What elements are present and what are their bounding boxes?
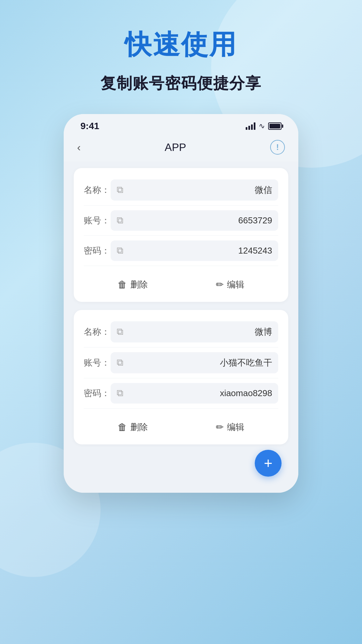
input-box-account-1[interactable]: ⧉ 6653729: [111, 210, 278, 231]
value-password-1: 1245243: [238, 246, 272, 256]
value-name-1: 微信: [255, 184, 272, 196]
main-subtitle: 复制账号密码便捷分享: [101, 73, 261, 94]
copy-icon-name-1[interactable]: ⧉: [117, 184, 123, 196]
status-icons: ∿: [246, 122, 282, 130]
delete-button-1[interactable]: 🗑 删除: [108, 275, 158, 294]
label-password-2: 密码：: [84, 387, 111, 399]
input-box-password-1[interactable]: ⧉ 1245243: [111, 240, 278, 261]
value-account-2: 小猫不吃鱼干: [220, 357, 272, 369]
input-box-account-2[interactable]: ⧉ 小猫不吃鱼干: [111, 352, 278, 373]
phone-content: 名称： ⧉ 微信 账号： ⧉ 6653729 密码： ⧉: [64, 161, 298, 493]
trash-icon-1: 🗑: [118, 279, 127, 290]
field-row-account-1: 账号： ⧉ 6653729: [84, 206, 278, 236]
label-name-2: 名称：: [84, 326, 111, 338]
main-title: 快速使用: [125, 27, 237, 63]
label-password-1: 密码：: [84, 245, 111, 257]
value-account-1: 6653729: [238, 215, 272, 226]
input-box-password-2[interactable]: ⧉ xiaomao8298: [111, 383, 278, 404]
input-box-name-1[interactable]: ⧉ 微信: [111, 179, 278, 201]
copy-icon-account-2[interactable]: ⧉: [117, 357, 123, 368]
input-box-name-2[interactable]: ⧉ 微博: [111, 321, 278, 342]
battery-icon: [268, 122, 282, 130]
label-account-1: 账号：: [84, 215, 111, 226]
field-row-name-2: 名称： ⧉ 微博: [84, 317, 278, 347]
nav-bar: ‹ APP !: [64, 135, 298, 161]
field-row-name-1: 名称： ⧉ 微信: [84, 175, 278, 206]
edit-label-1: 编辑: [227, 279, 244, 290]
copy-icon-name-2[interactable]: ⧉: [117, 326, 123, 337]
copy-icon-password-1[interactable]: ⧉: [117, 245, 123, 256]
value-name-2: 微博: [255, 326, 272, 338]
add-button[interactable]: +: [255, 450, 282, 477]
copy-icon-password-2[interactable]: ⧉: [117, 388, 123, 399]
edit-icon-2: ✏: [216, 422, 224, 433]
content-area: 名称： ⧉ 微信 账号： ⧉ 6653729 密码： ⧉: [64, 161, 298, 493]
label-account-2: 账号：: [84, 357, 111, 369]
value-password-2: xiaomao8298: [220, 388, 272, 398]
edit-label-2: 编辑: [227, 421, 244, 433]
field-row-password-1: 密码： ⧉ 1245243: [84, 236, 278, 266]
delete-label-2: 删除: [130, 421, 148, 433]
copy-icon-account-1[interactable]: ⧉: [117, 215, 123, 226]
card-2-actions: 🗑 删除 ✏ 编辑: [84, 411, 278, 436]
edit-button-1[interactable]: ✏ 编辑: [206, 275, 254, 294]
card-1: 名称： ⧉ 微信 账号： ⧉ 6653729 密码： ⧉: [74, 168, 288, 302]
back-button[interactable]: ‹: [77, 141, 81, 154]
phone-mockup: 9:41 ∿ ‹ APP ! 名称： ⧉: [64, 114, 298, 493]
signal-icon: [246, 122, 255, 130]
status-time: 9:41: [80, 121, 99, 131]
nav-title: APP: [165, 141, 186, 154]
card-2: 名称： ⧉ 微博 账号： ⧉ 小猫不吃鱼干 密码： ⧉: [74, 310, 288, 444]
edit-button-2[interactable]: ✏ 编辑: [206, 418, 254, 436]
edit-icon-1: ✏: [216, 279, 224, 290]
field-row-account-2: 账号： ⧉ 小猫不吃鱼干: [84, 347, 278, 378]
trash-icon-2: 🗑: [118, 422, 127, 433]
field-row-password-2: 密码： ⧉ xiaomao8298: [84, 378, 278, 409]
info-button[interactable]: !: [270, 140, 285, 155]
delete-label-1: 删除: [130, 279, 148, 290]
status-bar: 9:41 ∿: [64, 114, 298, 135]
label-name-1: 名称：: [84, 184, 111, 196]
wifi-icon: ∿: [259, 122, 265, 130]
delete-button-2[interactable]: 🗑 删除: [108, 418, 158, 436]
card-1-actions: 🗑 删除 ✏ 编辑: [84, 269, 278, 294]
